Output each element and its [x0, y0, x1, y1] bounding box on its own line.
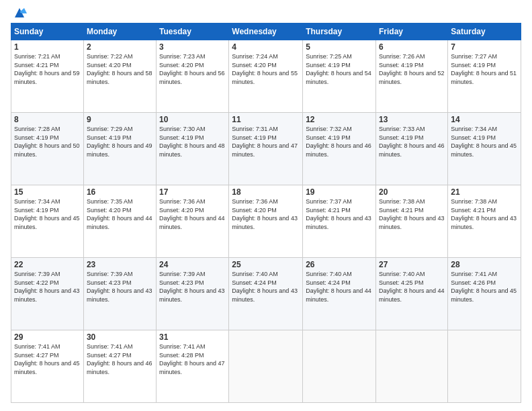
- day-info: Sunrise: 7:38 AMSunset: 4:21 PMDaylight:…: [379, 198, 445, 230]
- day-info: Sunrise: 7:25 AMSunset: 4:19 PMDaylight:…: [306, 53, 371, 85]
- day-info: Sunrise: 7:40 AMSunset: 4:25 PMDaylight:…: [379, 271, 445, 303]
- day-info: Sunrise: 7:41 AMSunset: 4:27 PMDaylight:…: [87, 343, 152, 375]
- day-info: Sunrise: 7:39 AMSunset: 4:22 PMDaylight:…: [14, 271, 80, 303]
- day-info: Sunrise: 7:21 AMSunset: 4:21 PMDaylight:…: [14, 53, 80, 85]
- calendar-cell: 28 Sunrise: 7:41 AMSunset: 4:26 PMDaylig…: [448, 258, 521, 330]
- calendar-cell: 21 Sunrise: 7:38 AMSunset: 4:21 PMDaylig…: [448, 185, 521, 258]
- calendar-header-cell: Thursday: [303, 24, 376, 40]
- day-info: Sunrise: 7:36 AMSunset: 4:20 PMDaylight:…: [232, 198, 298, 230]
- day-info: Sunrise: 7:40 AMSunset: 4:24 PMDaylight:…: [306, 271, 371, 303]
- day-info: Sunrise: 7:40 AMSunset: 4:24 PMDaylight:…: [232, 271, 298, 303]
- calendar-cell: 24 Sunrise: 7:39 AMSunset: 4:23 PMDaylig…: [157, 258, 229, 330]
- day-number: 27: [379, 260, 445, 269]
- calendar-cell: 25 Sunrise: 7:40 AMSunset: 4:24 PMDaylig…: [229, 258, 303, 330]
- day-number: 15: [14, 187, 81, 197]
- day-info: Sunrise: 7:36 AMSunset: 4:20 PMDaylight:…: [159, 198, 225, 230]
- calendar-header-cell: Tuesday: [157, 24, 229, 40]
- day-number: 24: [159, 260, 226, 269]
- day-number: 23: [87, 260, 153, 269]
- calendar-cell: 14 Sunrise: 7:34 AMSunset: 4:19 PMDaylig…: [448, 113, 521, 185]
- day-info: Sunrise: 7:41 AMSunset: 4:28 PMDaylight:…: [159, 343, 225, 375]
- calendar-cell: 19 Sunrise: 7:37 AMSunset: 4:21 PMDaylig…: [303, 185, 376, 258]
- day-number: 26: [306, 260, 373, 269]
- day-number: 18: [232, 187, 300, 197]
- calendar-cell: 18 Sunrise: 7:36 AMSunset: 4:20 PMDaylig…: [229, 185, 303, 258]
- day-number: 9: [87, 115, 153, 124]
- calendar-cell: 4 Sunrise: 7:24 AMSunset: 4:20 PMDayligh…: [229, 40, 303, 113]
- day-number: 4: [232, 42, 300, 52]
- calendar-cell: 11 Sunrise: 7:31 AMSunset: 4:19 PMDaylig…: [229, 113, 303, 185]
- day-number: 22: [14, 260, 81, 269]
- day-info: Sunrise: 7:39 AMSunset: 4:23 PMDaylight:…: [159, 271, 225, 303]
- calendar-cell: [376, 330, 448, 403]
- calendar-cell: 20 Sunrise: 7:38 AMSunset: 4:21 PMDaylig…: [376, 185, 448, 258]
- day-info: Sunrise: 7:41 AMSunset: 4:26 PMDaylight:…: [451, 271, 517, 303]
- day-info: Sunrise: 7:37 AMSunset: 4:21 PMDaylight:…: [306, 198, 371, 230]
- day-info: Sunrise: 7:32 AMSunset: 4:19 PMDaylight:…: [306, 126, 371, 158]
- day-number: 1: [14, 42, 81, 52]
- calendar-cell: 5 Sunrise: 7:25 AMSunset: 4:19 PMDayligh…: [303, 40, 376, 113]
- logo-icon: [12, 7, 27, 20]
- day-number: 12: [306, 115, 373, 124]
- day-number: 6: [379, 42, 445, 52]
- day-info: Sunrise: 7:38 AMSunset: 4:21 PMDaylight:…: [451, 198, 517, 230]
- calendar-cell: 23 Sunrise: 7:39 AMSunset: 4:23 PMDaylig…: [83, 258, 156, 330]
- calendar-cell: [229, 330, 303, 403]
- calendar-body: 1 Sunrise: 7:21 AMSunset: 4:21 PMDayligh…: [11, 40, 521, 403]
- calendar-header-cell: Friday: [376, 24, 448, 40]
- calendar-table: SundayMondayTuesdayWednesdayThursdayFrid…: [11, 23, 521, 403]
- day-number: 13: [379, 115, 445, 124]
- day-number: 20: [379, 187, 445, 197]
- day-number: 29: [14, 332, 81, 342]
- calendar-cell: 8 Sunrise: 7:28 AMSunset: 4:19 PMDayligh…: [11, 113, 84, 185]
- calendar-week-row: 29 Sunrise: 7:41 AMSunset: 4:27 PMDaylig…: [11, 330, 521, 403]
- day-info: Sunrise: 7:33 AMSunset: 4:19 PMDaylight:…: [379, 126, 445, 158]
- day-info: Sunrise: 7:35 AMSunset: 4:20 PMDaylight:…: [87, 198, 152, 230]
- calendar-cell: 16 Sunrise: 7:35 AMSunset: 4:20 PMDaylig…: [83, 185, 156, 258]
- day-info: Sunrise: 7:31 AMSunset: 4:19 PMDaylight:…: [232, 126, 298, 158]
- calendar-cell: 1 Sunrise: 7:21 AMSunset: 4:21 PMDayligh…: [11, 40, 84, 113]
- calendar-week-row: 22 Sunrise: 7:39 AMSunset: 4:22 PMDaylig…: [11, 258, 521, 330]
- calendar-cell: 31 Sunrise: 7:41 AMSunset: 4:28 PMDaylig…: [157, 330, 229, 403]
- calendar-week-row: 8 Sunrise: 7:28 AMSunset: 4:19 PMDayligh…: [11, 113, 521, 185]
- calendar-cell: 26 Sunrise: 7:40 AMSunset: 4:24 PMDaylig…: [303, 258, 376, 330]
- day-info: Sunrise: 7:22 AMSunset: 4:20 PMDaylight:…: [87, 53, 152, 85]
- day-number: 2: [87, 42, 153, 52]
- calendar-cell: 3 Sunrise: 7:23 AMSunset: 4:20 PMDayligh…: [157, 40, 229, 113]
- calendar-cell: 7 Sunrise: 7:27 AMSunset: 4:19 PMDayligh…: [448, 40, 521, 113]
- calendar-cell: [448, 330, 521, 403]
- day-number: 8: [14, 115, 81, 124]
- calendar-header-cell: Monday: [83, 24, 156, 40]
- day-info: Sunrise: 7:41 AMSunset: 4:27 PMDaylight:…: [14, 343, 80, 375]
- calendar-header-cell: Wednesday: [229, 24, 303, 40]
- calendar-header-cell: Sunday: [11, 24, 84, 40]
- day-info: Sunrise: 7:24 AMSunset: 4:20 PMDaylight:…: [232, 53, 298, 85]
- day-info: Sunrise: 7:23 AMSunset: 4:20 PMDaylight:…: [159, 53, 225, 85]
- day-info: Sunrise: 7:26 AMSunset: 4:19 PMDaylight:…: [379, 53, 445, 85]
- day-number: 31: [159, 332, 226, 342]
- day-number: 19: [306, 187, 373, 197]
- header: [11, 8, 521, 17]
- day-number: 21: [451, 187, 518, 197]
- day-info: Sunrise: 7:39 AMSunset: 4:23 PMDaylight:…: [87, 271, 152, 303]
- logo: [11, 8, 27, 17]
- calendar-cell: 27 Sunrise: 7:40 AMSunset: 4:25 PMDaylig…: [376, 258, 448, 330]
- day-number: 11: [232, 115, 300, 124]
- day-info: Sunrise: 7:28 AMSunset: 4:19 PMDaylight:…: [14, 126, 80, 158]
- day-info: Sunrise: 7:34 AMSunset: 4:19 PMDaylight:…: [14, 198, 80, 230]
- calendar-cell: 30 Sunrise: 7:41 AMSunset: 4:27 PMDaylig…: [83, 330, 156, 403]
- calendar-cell: [303, 330, 376, 403]
- calendar-cell: 6 Sunrise: 7:26 AMSunset: 4:19 PMDayligh…: [376, 40, 448, 113]
- calendar-week-row: 15 Sunrise: 7:34 AMSunset: 4:19 PMDaylig…: [11, 185, 521, 258]
- calendar-header-cell: Saturday: [448, 24, 521, 40]
- day-number: 30: [87, 332, 153, 342]
- calendar-header-row: SundayMondayTuesdayWednesdayThursdayFrid…: [11, 24, 521, 40]
- day-number: 17: [159, 187, 226, 197]
- calendar-cell: 15 Sunrise: 7:34 AMSunset: 4:19 PMDaylig…: [11, 185, 84, 258]
- day-info: Sunrise: 7:30 AMSunset: 4:19 PMDaylight:…: [159, 126, 225, 158]
- calendar-cell: 13 Sunrise: 7:33 AMSunset: 4:19 PMDaylig…: [376, 113, 448, 185]
- day-number: 25: [232, 260, 300, 269]
- calendar-cell: 9 Sunrise: 7:29 AMSunset: 4:19 PMDayligh…: [83, 113, 156, 185]
- day-number: 5: [306, 42, 373, 52]
- day-info: Sunrise: 7:34 AMSunset: 4:19 PMDaylight:…: [451, 126, 517, 158]
